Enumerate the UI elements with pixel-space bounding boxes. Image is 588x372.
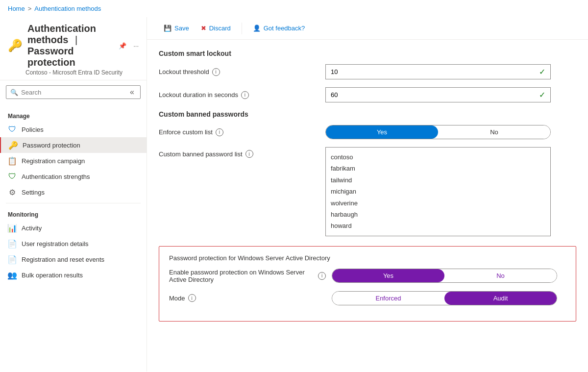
feedback-icon: 👤: [253, 25, 261, 32]
enforce-custom-toggle: Yes No: [325, 125, 551, 139]
enable-windows-no-option[interactable]: No: [444, 269, 557, 282]
feedback-button[interactable]: 👤 Got feedback?: [248, 22, 310, 34]
enforce-custom-row: Enforce custom list i Yes No: [159, 125, 576, 139]
toolbar: 💾 Save ✖ Discard 👤 Got feedback?: [147, 17, 588, 40]
banned-item-5: harbaugh: [331, 209, 545, 220]
monitoring-section-label: Monitoring: [0, 206, 147, 220]
banned-item-1: fabrikam: [331, 163, 545, 174]
lockout-duration-label: Lockout duration in seconds i: [159, 91, 325, 99]
pin-icon[interactable]: 📌: [119, 42, 126, 50]
page-title: Authentication methods | Password protec…: [27, 23, 110, 68]
banned-item-6: howard: [331, 220, 545, 231]
breadcrumb-sep: >: [28, 5, 32, 12]
mode-label: Mode i: [169, 294, 326, 302]
banned-item-2: tailwind: [331, 174, 545, 186]
mode-toggle: Enforced Audit: [332, 291, 557, 305]
mode-info-icon[interactable]: i: [188, 294, 196, 302]
mode-enforced-option[interactable]: Enforced: [332, 292, 444, 305]
user-reg-icon: 📄: [8, 239, 17, 248]
lockout-threshold-info-icon[interactable]: i: [212, 68, 220, 76]
breadcrumb-home[interactable]: Home: [8, 5, 25, 12]
enable-windows-toggle: Yes No: [332, 269, 557, 283]
mode-audit-option[interactable]: Audit: [444, 292, 557, 305]
toolbar-divider: [242, 23, 242, 34]
sidebar-item-label: User registration details: [22, 240, 89, 248]
sidebar-item-label: Settings: [22, 189, 45, 196]
sidebar-item-label: Authentication strengths: [22, 173, 90, 180]
sidebar-item-settings[interactable]: ⚙ Settings: [0, 184, 147, 200]
enforce-custom-info-icon[interactable]: i: [216, 128, 223, 136]
discard-button[interactable]: ✖ Discard: [196, 22, 236, 34]
discard-icon: ✖: [201, 25, 206, 32]
enforce-yes-option[interactable]: Yes: [326, 125, 438, 139]
sidebar-item-label: Registration and reset events: [22, 256, 104, 263]
mode-row: Mode i Enforced Audit: [169, 291, 566, 305]
search-container: 🔍 «: [6, 85, 141, 99]
sidebar-item-label: Registration campaign: [22, 157, 85, 165]
policies-icon: 🛡: [8, 125, 17, 134]
manage-section-label: Manage: [0, 108, 147, 122]
windows-section: Password protection for Windows Server A…: [159, 246, 576, 322]
search-input[interactable]: [21, 89, 125, 96]
sidebar-item-label: Policies: [22, 126, 44, 133]
breadcrumb: Home > Authentication methods: [0, 0, 588, 17]
sidebar-item-policies[interactable]: 🛡 Policies: [0, 122, 147, 137]
lockout-duration-row: Lockout duration in seconds i 60 ✓: [159, 87, 576, 102]
lockout-duration-input[interactable]: 60: [331, 91, 535, 99]
sidebar-item-bulk-op[interactable]: 👥 Bulk operation results: [0, 267, 147, 283]
registration-icon: 📋: [8, 156, 17, 165]
enable-windows-yes-option[interactable]: Yes: [332, 269, 444, 282]
enforce-no-option[interactable]: No: [438, 125, 550, 139]
sidebar-item-password-protection[interactable]: 🔑 Password protection: [0, 137, 147, 153]
lockout-threshold-check-icon: ✓: [539, 67, 545, 76]
save-button[interactable]: 💾 Save: [159, 22, 194, 34]
windows-section-title: Password protection for Windows Server A…: [169, 254, 566, 262]
password-icon: 🔑: [9, 141, 18, 149]
settings-icon: ⚙: [8, 188, 17, 197]
lockout-threshold-label: Lockout threshold i: [159, 68, 325, 76]
custom-banned-title: Custom banned passwords: [159, 110, 576, 118]
sidebar-item-label: Activity: [22, 224, 42, 232]
lockout-threshold-input-wrapper: 10 ✓: [325, 64, 551, 79]
nav-divider: [6, 203, 141, 203]
collapse-button[interactable]: «: [128, 88, 136, 97]
banned-password-list[interactable]: contoso fabrikam tailwind michigan wolve…: [325, 147, 551, 236]
enable-windows-info-icon[interactable]: i: [318, 272, 326, 280]
sidebar-item-label: Bulk operation results: [22, 272, 83, 279]
sidebar-item-activity[interactable]: 📊 Activity: [0, 220, 147, 236]
lockout-threshold-row: Lockout threshold i 10 ✓: [159, 64, 576, 79]
breadcrumb-current[interactable]: Authentication methods: [34, 5, 101, 12]
banned-item-3: michigan: [331, 186, 545, 197]
enforce-custom-label: Enforce custom list i: [159, 128, 325, 136]
lockout-duration-check-icon: ✓: [539, 90, 545, 99]
banned-item-0: contoso: [331, 151, 545, 163]
search-icon: 🔍: [10, 89, 18, 96]
more-icon[interactable]: ···: [133, 42, 139, 50]
content-area: Custom smart lockout Lockout threshold i…: [147, 40, 588, 331]
enable-windows-row: Enable password protection on Windows Se…: [169, 269, 566, 283]
page-subtitle: Contoso - Microsoft Entra ID Security: [25, 69, 139, 76]
enable-windows-label: Enable password protection on Windows Se…: [169, 269, 326, 283]
banned-list-row: Custom banned password list i contoso fa…: [159, 147, 576, 236]
bulk-op-icon: 👥: [8, 271, 17, 279]
activity-icon: 📊: [8, 223, 17, 232]
sidebar-item-auth-strengths[interactable]: 🛡 Authentication strengths: [0, 169, 147, 184]
banned-list-info-icon[interactable]: i: [245, 150, 253, 158]
lockout-duration-input-wrapper: 60 ✓: [325, 87, 551, 102]
banned-item-4: wolverine: [331, 198, 545, 209]
lockout-duration-info-icon[interactable]: i: [241, 91, 249, 99]
sidebar-nav: Manage 🛡 Policies 🔑 Password protection …: [0, 104, 147, 287]
page-header: 🔑 Authentication methods | Password prot…: [0, 17, 147, 80]
key-icon: 🔑: [8, 39, 23, 52]
sidebar-item-registration-campaign[interactable]: 📋 Registration campaign: [0, 153, 147, 169]
sidebar: 🔑 Authentication methods | Password prot…: [0, 17, 147, 372]
reg-reset-icon: 📄: [8, 255, 17, 264]
lockout-threshold-input[interactable]: 10: [331, 68, 535, 75]
sidebar-item-reg-reset[interactable]: 📄 Registration and reset events: [0, 251, 147, 267]
sidebar-item-label: Password protection: [23, 142, 80, 149]
banned-list-label: Custom banned password list i: [159, 147, 325, 158]
save-icon: 💾: [164, 25, 172, 32]
sidebar-item-user-registration[interactable]: 📄 User registration details: [0, 236, 147, 251]
main-content: 💾 Save ✖ Discard 👤 Got feedback? Custom …: [147, 17, 588, 372]
smart-lockout-title: Custom smart lockout: [159, 50, 576, 57]
